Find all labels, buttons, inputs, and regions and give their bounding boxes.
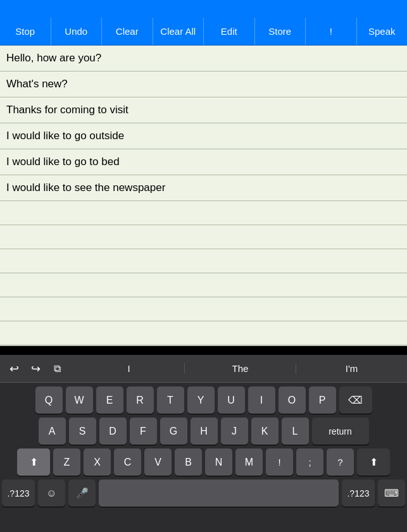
clipboard-button[interactable]: ⧉ <box>48 360 66 378</box>
key-l[interactable]: L <box>282 418 309 445</box>
undo-keyboard-button[interactable]: ↩ <box>5 360 23 378</box>
autocomplete-bar: ↩ ↪ ⧉ I The I'm <box>0 355 407 383</box>
list-item[interactable]: What's new? <box>0 71 407 97</box>
key-q[interactable]: Q <box>35 387 63 414</box>
status-bar <box>0 0 407 18</box>
toolbar: Stop Undo Clear Clear All Edit Store ! S… <box>0 18 407 46</box>
list-item[interactable] <box>0 321 407 345</box>
clear-all-button[interactable]: Clear All <box>153 18 204 45</box>
redo-keyboard-button[interactable]: ↪ <box>27 360 44 378</box>
num-key-right[interactable]: .?123 <box>342 479 375 507</box>
suggestion-im[interactable]: I'm <box>296 363 407 374</box>
suggestion-the[interactable]: The <box>184 363 296 374</box>
key-g[interactable]: G <box>160 418 187 445</box>
exclaim-button[interactable]: ! <box>306 18 357 45</box>
emoji-key[interactable]: ☺ <box>38 479 65 507</box>
edit-button[interactable]: Edit <box>204 18 255 45</box>
key-exclaim[interactable]: ! <box>266 448 293 476</box>
list-item[interactable]: I would like to see the newspaper <box>0 175 407 201</box>
key-r[interactable]: R <box>127 387 154 414</box>
list-item[interactable] <box>0 249 407 273</box>
undo-button[interactable]: Undo <box>51 18 103 45</box>
phrase-list: Hello, how are you? What's new? Thanks f… <box>0 46 407 355</box>
return-key[interactable]: return <box>312 418 369 445</box>
shift-key-right[interactable]: ⬆ <box>357 448 390 476</box>
key-row-4: .?123 ☺ 🎤 .?123 ⌨ <box>2 479 405 510</box>
key-semicolon[interactable]: ; <box>296 448 323 476</box>
key-row-3: ⬆ Z X C V B N M ! ; ? ⬆ <box>2 448 405 476</box>
key-c[interactable]: C <box>114 448 141 476</box>
key-e[interactable]: E <box>96 387 123 414</box>
list-item[interactable]: I would like to go to bed <box>0 149 407 175</box>
list-item[interactable]: Hello, how are you? <box>0 46 407 71</box>
key-s[interactable]: S <box>69 418 96 445</box>
key-f[interactable]: F <box>130 418 157 445</box>
key-j[interactable]: J <box>221 418 248 445</box>
stop-button[interactable]: Stop <box>0 18 51 45</box>
key-o[interactable]: O <box>279 387 306 414</box>
key-row-2: A S D F G H J K L return <box>2 418 405 445</box>
space-key[interactable] <box>99 479 339 507</box>
key-d[interactable]: D <box>99 418 127 445</box>
key-x[interactable]: X <box>84 448 111 476</box>
list-item[interactable] <box>0 201 407 225</box>
key-y[interactable]: Y <box>187 387 215 414</box>
key-h[interactable]: H <box>191 418 218 445</box>
key-row-1: Q W E R T Y U I O P ⌫ <box>2 387 405 414</box>
speak-button[interactable]: Speak <box>357 18 408 45</box>
key-z[interactable]: Z <box>53 448 80 476</box>
mic-key[interactable]: 🎤 <box>68 479 96 507</box>
shift-key[interactable]: ⬆ <box>17 448 50 476</box>
list-item[interactable] <box>0 225 407 249</box>
key-u[interactable]: U <box>218 387 245 414</box>
key-v[interactable]: V <box>144 448 172 476</box>
list-item[interactable] <box>0 273 407 297</box>
key-w[interactable]: W <box>66 387 93 414</box>
key-a[interactable]: A <box>39 418 66 445</box>
key-b[interactable]: B <box>175 448 202 476</box>
key-i[interactable]: I <box>248 387 275 414</box>
key-m[interactable]: M <box>235 448 263 476</box>
key-question[interactable]: ? <box>327 448 354 476</box>
undo-redo-group: ↩ ↪ ⧉ <box>0 360 73 378</box>
keyboard: ↩ ↪ ⧉ I The I'm Q W E R T Y U I O P ⌫ A <box>0 355 407 532</box>
clear-button[interactable]: Clear <box>102 18 153 45</box>
num-key[interactable]: .?123 <box>2 479 35 507</box>
keyboard-key[interactable]: ⌨ <box>378 479 405 507</box>
list-item[interactable]: Thanks for coming to visit <box>0 97 407 123</box>
suggestion-i[interactable]: I <box>73 363 184 374</box>
list-item[interactable]: I would like to go outside <box>0 123 407 149</box>
autocomplete-suggestions: I The I'm <box>73 363 407 374</box>
backspace-key[interactable]: ⌫ <box>339 387 372 414</box>
keys-section: Q W E R T Y U I O P ⌫ A S D F G H J K L … <box>0 383 407 513</box>
key-n[interactable]: N <box>205 448 232 476</box>
key-k[interactable]: K <box>251 418 279 445</box>
key-t[interactable]: T <box>157 387 184 414</box>
store-button[interactable]: Store <box>255 18 306 45</box>
list-item[interactable] <box>0 297 407 321</box>
key-p[interactable]: P <box>309 387 336 414</box>
phrase-list-inner: Hello, how are you? What's new? Thanks f… <box>0 46 407 346</box>
